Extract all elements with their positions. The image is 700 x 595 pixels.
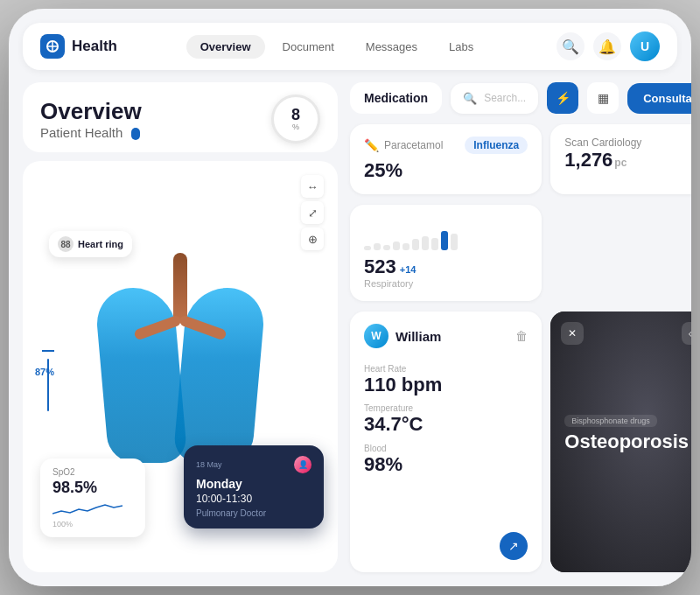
spo2-label: SpO2 <box>52 467 133 477</box>
header: Health Overview Document Messages Labs 🔍… <box>23 23 677 70</box>
search-button[interactable]: 🔍 <box>556 32 584 60</box>
appointment-avatar: 👤 <box>294 456 312 473</box>
search-icon: 🔍 <box>463 92 477 105</box>
respiratory-stat-card: 523 +14 Respiratory <box>350 205 542 301</box>
consultation-label: Consultation <box>643 92 691 105</box>
osteo-close-button[interactable]: ✕ <box>561 322 584 345</box>
spo2-chart-svg <box>52 500 122 518</box>
bar-3 <box>383 245 390 250</box>
respiratory-value: 523 <box>364 256 396 278</box>
medication-label: Medication <box>350 82 442 114</box>
percentage-badge: 8 % <box>271 94 320 144</box>
nav-item-labs[interactable]: Labs <box>435 35 487 59</box>
bars-stats-row: 523 +14 Respiratory <box>350 205 691 301</box>
drug-value: 25% <box>364 159 528 182</box>
scan-stat-card: Scan Cardiology ↗ 1,276pc <box>550 124 691 194</box>
heart-ring-card: 88 Heart ring <box>49 231 132 257</box>
lung-visual: 88 Heart ring 87% SpO2 98.5% <box>23 161 338 572</box>
app-title: Health <box>72 38 117 55</box>
grid-button[interactable]: ▦ <box>587 82 619 114</box>
search-placeholder: Search... <box>484 92 526 104</box>
osteoporosis-card: ✕ ◇ 💧 Bisphosphonate drugs Osteoporosis … <box>550 312 691 572</box>
heart-ring-dot: 88 <box>58 236 74 252</box>
spo2-value: 98.5% <box>52 479 133 497</box>
osteo-title: Osteoporosis <box>564 430 691 453</box>
drug-stat-card: ✏️ Paracetamol Influenza 25% <box>350 124 542 194</box>
bar-5 <box>402 243 410 250</box>
left-panel: Overview Patient Health 8 % <box>23 82 338 572</box>
medication-row: Medication 🔍 Search... ⚡ ▦ Consultation … <box>350 82 691 114</box>
blood-value: 98% <box>364 453 528 476</box>
temperature-label: Temperature <box>364 403 528 413</box>
scan-link: Scan Cardiology ↗ <box>564 136 691 149</box>
appointment-date: 18 May 👤 <box>196 456 312 473</box>
stats-row: ✏️ Paracetamol Influenza 25% Scan Cardio… <box>350 124 691 194</box>
filter-button[interactable]: ⚡ <box>547 82 578 114</box>
osteo-drug-label: Bisphosphonate drugs <box>564 415 657 427</box>
appointment-type: Pulmonary Doctor <box>196 508 312 518</box>
right-panel: Medication 🔍 Search... ⚡ ▦ Consultation … <box>350 82 691 572</box>
bar-1 <box>364 246 371 250</box>
header-actions: 🔍 🔔 U <box>556 32 660 61</box>
percentage-number: 8 <box>291 107 300 122</box>
spo2-card: SpO2 98.5% 100% <box>40 458 145 537</box>
delete-patient-button[interactable]: 🗑 <box>515 329 528 343</box>
drug-stat-header: ✏️ Paracetamol Influenza <box>364 136 528 154</box>
lung-visualization-card: 88 Heart ring 87% SpO2 98.5% <box>23 161 338 572</box>
appointment-card: 18 May 👤 Monday 10:00-11:30 Pulmonary Do… <box>184 445 324 528</box>
respiratory-change: +14 <box>400 264 416 275</box>
scan-value: 1,276pc <box>564 149 691 172</box>
patient-name: William <box>396 329 441 344</box>
nav-item-document[interactable]: Document <box>269 35 348 59</box>
bottom-row: W William 🗑 Heart Rate 110 bpm Temperatu… <box>350 312 691 572</box>
zoom-out-button[interactable]: ↔ <box>301 175 324 198</box>
nav: Overview Document Messages Labs <box>117 35 556 59</box>
patient-card: W William 🗑 Heart Rate 110 bpm Temperatu… <box>350 312 542 572</box>
blood-label: Blood <box>364 444 528 453</box>
patient-avatar: W <box>364 324 388 348</box>
bar-7 <box>422 236 429 250</box>
osteo-controls-right: ◇ 💧 <box>682 322 691 345</box>
scan-name: Scan Cardiology <box>564 136 641 149</box>
zoom-in-button[interactable]: ⤢ <box>301 201 324 224</box>
logo: Health <box>40 34 117 59</box>
bar-6 <box>412 239 419 250</box>
mini-bar-chart <box>364 222 528 250</box>
heart-rate-value: 110 bpm <box>364 374 528 396</box>
heart-rate-label: Heart Rate <box>364 364 528 374</box>
zoom-controls: ↔ ⤢ ⊕ <box>301 175 324 250</box>
osteo-controls-left: ✕ <box>561 322 584 345</box>
spo2-max: 100% <box>52 520 133 528</box>
bar-9 <box>441 231 448 250</box>
drug-name: Paracetamol <box>384 139 443 151</box>
drug-badge: Influenza <box>465 136 528 154</box>
appointment-time: 10:00-11:30 <box>196 493 312 505</box>
respiratory-label: Respiratory <box>364 278 528 289</box>
nav-item-overview[interactable]: Overview <box>186 35 265 59</box>
overview-header-card: Overview Patient Health 8 % <box>23 82 338 152</box>
ruler-tick <box>42 350 54 352</box>
patient-detail-button[interactable]: ↗ <box>500 532 528 560</box>
bar-4 <box>393 242 400 250</box>
appointment-day: Monday <box>196 477 312 491</box>
osteo-save-button[interactable]: ◇ <box>682 322 691 345</box>
device-frame: Health Overview Document Messages Labs 🔍… <box>9 9 691 586</box>
search-box[interactable]: 🔍 Search... <box>451 83 538 114</box>
bar-10 <box>451 234 458 250</box>
spo2-chart <box>52 500 133 518</box>
nav-item-messages[interactable]: Messages <box>352 35 431 59</box>
logo-icon <box>40 34 65 59</box>
consultation-button[interactable]: Consultation ↗ <box>627 83 691 114</box>
osteo-content: Bisphosphonate drugs Osteoporosis <box>564 411 691 453</box>
main-content: Overview Patient Health 8 % <box>23 82 677 572</box>
bar-2 <box>374 243 381 250</box>
patient-header: W William 🗑 <box>364 324 528 348</box>
zoom-reset-button[interactable]: ⊕ <box>301 228 324 250</box>
bar-8 <box>431 238 438 250</box>
temperature-value: 34.7°C <box>364 413 528 436</box>
trachea <box>173 253 187 323</box>
percentage-symbol: % <box>292 122 299 131</box>
user-avatar[interactable]: U <box>630 32 660 61</box>
app-container: Health Overview Document Messages Labs 🔍… <box>9 9 691 586</box>
notification-button[interactable]: 🔔 <box>593 32 621 60</box>
